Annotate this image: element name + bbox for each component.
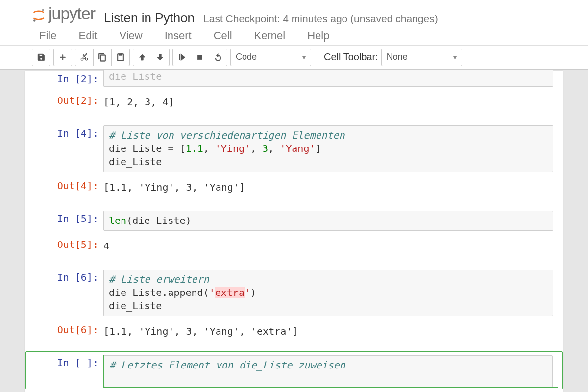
output-cell: Out[6]: [1.1, 'Ying', 3, 'Yang', 'extra'… <box>25 318 563 343</box>
out-prompt: Out[4]: <box>30 178 103 197</box>
code-input[interactable]: len(die_Liste) <box>103 211 553 231</box>
output-text: [1.1, 'Ying', 3, 'Yang'] <box>103 178 245 197</box>
paste-button[interactable] <box>111 49 130 66</box>
cell-type-select[interactable]: Code <box>230 49 311 66</box>
code-cell[interactable]: In [5]: len(die_Liste) <box>25 207 563 232</box>
menu-kernel[interactable]: Kernel <box>254 29 286 42</box>
jupyter-logo-icon <box>32 7 46 21</box>
svg-point-0 <box>42 9 44 11</box>
move-down-button[interactable] <box>151 49 170 66</box>
output-text: [1.1, 'Ying', 3, 'Yang', 'extra'] <box>103 322 298 341</box>
in-prompt: In [6]: <box>30 270 103 316</box>
run-group <box>172 49 227 66</box>
cell-toolbar-select[interactable]: None <box>381 49 462 66</box>
out-prompt: Out[2]: <box>30 93 103 112</box>
menu-insert[interactable]: Insert <box>165 29 192 42</box>
code-input[interactable]: # Liste erweitern die_Liste.append('extr… <box>103 270 553 316</box>
run-button[interactable] <box>172 49 191 66</box>
svg-point-1 <box>33 19 35 21</box>
output-text: [1, 2, 3, 4] <box>103 93 174 112</box>
stop-button[interactable] <box>191 49 209 66</box>
output-cell: Out[2]: [1, 2, 3, 4] <box>25 89 563 113</box>
cell-type-value: Code <box>236 52 257 62</box>
menu-edit[interactable]: Edit <box>78 29 97 42</box>
edit-group <box>75 49 130 66</box>
output-cell: Out[4]: [1.1, 'Ying', 3, 'Yang'] <box>25 174 563 198</box>
move-group <box>133 49 170 66</box>
output-text: 4 <box>103 237 109 256</box>
cut-button[interactable] <box>75 49 94 66</box>
code-cell[interactable]: In [4]: # Liste von verschiedenartigen E… <box>25 122 563 173</box>
copy-button[interactable] <box>93 49 112 66</box>
notebook-header: jupyter Listen in Python Last Checkpoint… <box>0 0 588 26</box>
code-cell-selected[interactable]: In [ ]: # Letztes Element von die_Liste … <box>25 351 563 389</box>
jupyter-logo: jupyter <box>32 4 95 23</box>
code-input[interactable]: die_Liste <box>103 70 553 87</box>
add-cell-button[interactable] <box>53 49 72 66</box>
in-prompt: In [2]: <box>30 71 103 87</box>
move-up-button[interactable] <box>133 49 151 66</box>
notebook-title[interactable]: Listen in Python <box>104 10 195 25</box>
out-prompt: Out[5]: <box>30 237 103 256</box>
menu-cell[interactable]: Cell <box>214 29 232 42</box>
in-prompt: In [4]: <box>30 125 103 172</box>
code-cell[interactable]: In [2]: die_Liste <box>25 71 563 88</box>
menu-view[interactable]: View <box>119 29 142 42</box>
cell-toolbar-label: Cell Toolbar: <box>324 51 378 63</box>
code-input[interactable]: # Liste von verschiedenartigen Elementen… <box>103 125 553 172</box>
out-prompt: Out[6]: <box>30 322 103 341</box>
menu-file[interactable]: File <box>39 29 56 42</box>
code-input[interactable]: # Letztes Element von die_Liste zuweisen <box>104 355 553 387</box>
code-cell[interactable]: In [6]: # Liste erweitern die_Liste.appe… <box>25 266 563 318</box>
in-prompt: In [ ]: <box>30 355 103 388</box>
output-cell: Out[5]: 4 <box>25 233 563 257</box>
checkpoint-status: Last Checkpoint: 4 minutes ago (unsaved … <box>203 13 438 24</box>
in-prompt: In [5]: <box>30 211 103 231</box>
toolbar: Code Cell Toolbar: None <box>0 46 588 70</box>
menubar: File Edit View Insert Cell Kernel Help <box>0 26 588 46</box>
svg-rect-2 <box>198 55 202 59</box>
notebook-container: In [2]: die_Liste Out[2]: [1, 2, 3, 4] I… <box>25 71 563 392</box>
logo-text: jupyter <box>49 4 95 23</box>
save-button[interactable] <box>32 49 50 66</box>
restart-button[interactable] <box>209 49 227 66</box>
cell-toolbar-value: None <box>387 52 408 62</box>
menu-help[interactable]: Help <box>307 29 329 42</box>
